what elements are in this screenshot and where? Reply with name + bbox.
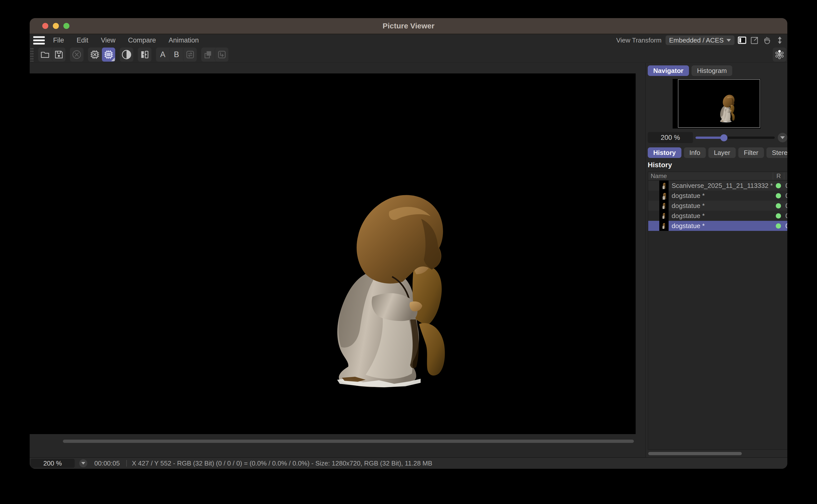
canvas-hscroll-thumb[interactable] bbox=[63, 440, 634, 443]
history-row-name: Scaniverse_2025_11_21_113332 * bbox=[669, 182, 773, 190]
menu-animation[interactable]: Animation bbox=[164, 36, 203, 44]
history-row-name: dogstatue * bbox=[669, 222, 773, 230]
history-row-render-time: 00:00 bbox=[784, 182, 787, 190]
navigator-preview-frame[interactable] bbox=[678, 79, 760, 128]
navigator-zoom-slider[interactable] bbox=[696, 132, 775, 143]
image-b-label: B bbox=[174, 50, 179, 59]
picture-viewer-window: Picture Viewer File Edit View Compare An… bbox=[30, 18, 787, 469]
history-row-thumbnail bbox=[659, 181, 669, 191]
maximize-window-button[interactable] bbox=[63, 23, 69, 29]
history-row-thumbnail bbox=[659, 211, 669, 221]
image-b-button[interactable]: B bbox=[170, 48, 183, 62]
panel-toggle-icon[interactable] bbox=[737, 35, 747, 45]
history-table-header: Name R Rende bbox=[648, 172, 787, 181]
column-render-time[interactable]: Rende bbox=[784, 173, 787, 180]
ready-dot bbox=[773, 193, 784, 198]
history-heading: History bbox=[648, 161, 787, 169]
menu-bar: File Edit View Compare Animation View Tr… bbox=[30, 34, 787, 46]
right-panel: Navigator Histogram 200 % History bbox=[645, 63, 787, 457]
menu-compare[interactable]: Compare bbox=[124, 36, 160, 44]
history-row-thumbnail bbox=[659, 191, 669, 201]
titlebar: Picture Viewer bbox=[30, 18, 787, 34]
panel-tabs: History Info Layer Filter Stereo bbox=[648, 147, 787, 158]
history-row[interactable]: dogstatue * 00:00 bbox=[648, 211, 787, 221]
tab-histogram[interactable]: Histogram bbox=[691, 65, 732, 76]
history-row-render-time: 00:00 bbox=[784, 202, 787, 210]
menu-edit[interactable]: Edit bbox=[72, 36, 93, 44]
corner-fold bbox=[111, 58, 115, 61]
history-row[interactable]: dogstatue * 00:00 bbox=[648, 201, 787, 211]
history-row-name: dogstatue * bbox=[669, 202, 773, 210]
status-bar: 200 % 00:00:05 X 427 / Y 552 - RGB (32 B… bbox=[30, 457, 787, 469]
open-file-button[interactable] bbox=[38, 48, 52, 62]
compare-ab-icon[interactable] bbox=[138, 48, 151, 62]
view-transform-label: View Transform bbox=[616, 36, 662, 44]
panel-hscroll bbox=[648, 450, 787, 457]
canvas-hscroll bbox=[30, 434, 645, 457]
history-row-render-time: 00:00 bbox=[784, 212, 787, 220]
contrast-icon[interactable] bbox=[120, 48, 133, 62]
close-window-button[interactable] bbox=[42, 23, 48, 29]
history-row-name: dogstatue * bbox=[669, 212, 773, 220]
navigator-preview bbox=[648, 79, 787, 129]
image-a-label: A bbox=[160, 50, 166, 59]
image-canvas[interactable] bbox=[30, 73, 636, 434]
render-settings-icon[interactable] bbox=[773, 48, 786, 62]
history-row-thumbnail bbox=[659, 201, 669, 211]
statue-thumbnail bbox=[719, 94, 736, 123]
fit-vertical-icon[interactable] bbox=[775, 35, 785, 45]
chevron-down-icon bbox=[726, 39, 731, 42]
clear-cache-icon[interactable] bbox=[88, 48, 102, 62]
navigator-zoom-row: 200 % bbox=[648, 132, 787, 143]
image-a-button[interactable]: A bbox=[156, 48, 170, 62]
export-image-button[interactable] bbox=[215, 48, 228, 62]
tab-navigator[interactable]: Navigator bbox=[648, 65, 689, 76]
history-table: Name R Rende Scaniverse_2025_11_21_11333… bbox=[648, 172, 787, 450]
statue-image bbox=[326, 189, 450, 390]
canvas-area bbox=[30, 63, 645, 457]
save-file-button[interactable] bbox=[52, 48, 65, 62]
statusbar-zoom-field[interactable]: 200 % bbox=[30, 459, 75, 468]
column-name[interactable]: Name bbox=[648, 173, 773, 180]
view-transform-dropdown[interactable]: Embedded / ACES 1 bbox=[666, 35, 734, 45]
ram-player-button[interactable] bbox=[102, 48, 115, 62]
hamburger-menu-icon[interactable] bbox=[33, 36, 45, 45]
tab-history[interactable]: History bbox=[648, 147, 681, 158]
statusbar-zoom-dropdown-button[interactable] bbox=[79, 459, 87, 467]
ready-dot bbox=[773, 223, 784, 229]
toolbar-grip-handle[interactable] bbox=[30, 48, 34, 62]
history-row[interactable]: Scaniverse_2025_11_21_113332 * 00:00 bbox=[648, 181, 787, 191]
slider-handle[interactable] bbox=[720, 134, 727, 141]
history-row-selected[interactable]: dogstatue * 00:00 bbox=[648, 221, 787, 231]
column-ready[interactable]: R bbox=[773, 173, 784, 180]
ready-dot bbox=[773, 183, 784, 188]
detach-window-icon[interactable] bbox=[750, 35, 760, 45]
history-row-render-time: 00:00 bbox=[784, 222, 787, 230]
history-row-name: dogstatue * bbox=[669, 192, 773, 200]
history-row[interactable]: dogstatue * 00:00 bbox=[648, 191, 787, 201]
minimize-window-button[interactable] bbox=[53, 23, 59, 29]
tab-stereo[interactable]: Stereo bbox=[766, 147, 787, 158]
ready-dot bbox=[773, 203, 784, 208]
navigator-zoom-dropdown-button[interactable] bbox=[778, 133, 787, 142]
statusbar-separator bbox=[126, 460, 127, 467]
history-row-render-time: 00:00 bbox=[784, 192, 787, 200]
statusbar-pixel-info: X 427 / Y 552 - RGB (32 Bit) (0 / 0 / 0)… bbox=[132, 459, 432, 467]
history-row-thumbnail bbox=[659, 221, 669, 231]
panel-hscroll-thumb[interactable] bbox=[648, 452, 742, 455]
menu-view[interactable]: View bbox=[97, 36, 120, 44]
swap-ab-button[interactable] bbox=[183, 48, 197, 62]
ready-dot bbox=[773, 213, 784, 219]
navigator-zoom-field[interactable]: 200 % bbox=[648, 132, 693, 143]
navigator-preview-bg bbox=[673, 79, 761, 129]
pan-hand-icon[interactable] bbox=[762, 35, 772, 45]
menu-file[interactable]: File bbox=[49, 36, 68, 44]
toolbar: A B bbox=[30, 46, 787, 63]
cancel-render-button[interactable] bbox=[70, 48, 84, 62]
tab-layer[interactable]: Layer bbox=[708, 147, 736, 158]
copy-image-button[interactable] bbox=[201, 48, 215, 62]
tab-info[interactable]: Info bbox=[684, 147, 706, 158]
navigator-tabs: Navigator Histogram bbox=[648, 65, 787, 76]
tab-filter[interactable]: Filter bbox=[738, 147, 764, 158]
statusbar-time: 00:00:05 bbox=[94, 459, 120, 467]
